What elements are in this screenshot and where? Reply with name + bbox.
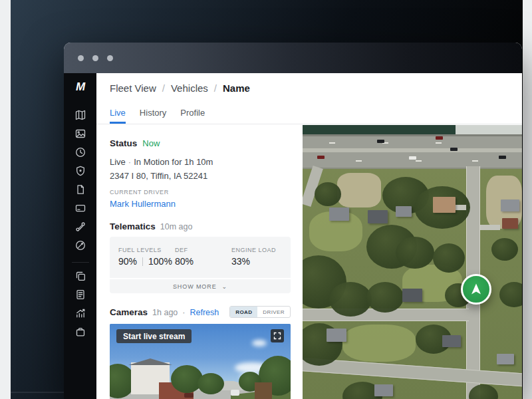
camera-toggle: ROAD DRIVER — [229, 306, 291, 318]
map-lawn — [342, 325, 416, 362]
map-tree — [315, 182, 341, 206]
map-bottom-street — [303, 357, 522, 387]
map-car — [409, 156, 416, 160]
camera-parked-car — [184, 393, 194, 398]
logs-icon[interactable] — [75, 289, 86, 300]
value-divider — [142, 257, 143, 266]
cameras-updated: 1h ago — [152, 308, 178, 317]
breadcrumb-separator: / — [162, 82, 165, 94]
page-header: Fleet View / Vehicles / Name Live Histor… — [96, 73, 522, 124]
map-lane-dash — [416, 160, 422, 162]
map-house — [442, 335, 461, 347]
fuel-value-2: 100% — [148, 256, 172, 267]
map-house — [502, 218, 518, 229]
status-section-heading: StatusNow — [110, 138, 160, 148]
map-house — [374, 384, 393, 396]
camera-car — [231, 390, 239, 396]
status-motion: In Motion for 1h 10m — [134, 157, 213, 167]
tab-bar: Live History Profile — [110, 108, 205, 124]
reports-icon[interactable] — [75, 308, 86, 319]
fuel-levels-value: 90% 100% — [118, 256, 172, 267]
app-sidebar: M — [64, 73, 96, 399]
map-car — [317, 156, 325, 159]
engine-load-label: ENGINE LOAD — [231, 247, 276, 253]
map-house — [368, 210, 388, 223]
map-house — [501, 200, 519, 211]
tab-profile[interactable]: Profile — [180, 108, 205, 124]
current-driver-label: CURRENT DRIVER — [110, 189, 169, 196]
vehicle-location-marker[interactable] — [461, 274, 491, 305]
tab-history[interactable]: History — [140, 108, 166, 124]
map-house — [497, 354, 514, 364]
camera-bus-shelter — [255, 382, 272, 399]
map-house — [327, 329, 346, 342]
map-tree — [329, 282, 372, 317]
fuel-levels-label: FUEL LEVELS — [118, 247, 162, 253]
map-lane-dash — [436, 142, 442, 144]
status-heading-label: Status — [110, 138, 137, 148]
show-more-label: SHOW MORE — [173, 283, 217, 290]
breadcrumb-vehicles[interactable]: Vehicles — [171, 82, 208, 94]
map-house — [433, 197, 456, 213]
map-icon[interactable] — [75, 110, 86, 120]
cameras-section-heading: Cameras1h ago·Refresh — [110, 307, 219, 317]
map-tree — [499, 282, 522, 307]
map-house — [396, 206, 412, 217]
def-stat: DEF 80% — [175, 237, 221, 278]
map-tree — [396, 237, 434, 269]
image-icon[interactable] — [75, 128, 86, 139]
chevron-down-icon: ⌄ — [222, 283, 227, 290]
windows-icon[interactable] — [75, 271, 86, 281]
sidebar-divider — [72, 262, 89, 263]
status-line: Live·In Motion for 1h 10m — [110, 157, 213, 167]
cameras-heading-label: Cameras — [110, 307, 148, 317]
vehicle-detail-panel: StatusNow Live·In Motion for 1h 10m 2347… — [96, 125, 303, 399]
window-control-dot[interactable] — [78, 55, 84, 61]
driver-name-link[interactable]: Mark Hullermann — [110, 199, 176, 209]
map-dirt-patch — [337, 173, 381, 207]
window-control-dot[interactable] — [107, 55, 113, 61]
history-clock-icon[interactable] — [75, 147, 86, 158]
map-car — [436, 136, 443, 140]
compass-icon[interactable] — [75, 240, 86, 251]
telematics-updated: 10m ago — [160, 222, 193, 231]
def-value: 80% — [175, 256, 194, 267]
satellite-map[interactable] — [303, 125, 522, 399]
map-car — [450, 148, 458, 151]
status-separator: · — [128, 157, 131, 167]
fuel-value-1: 90% — [118, 256, 137, 267]
integrations-icon[interactable] — [75, 221, 86, 232]
status-now-badge: Now — [142, 138, 160, 148]
toggle-driver[interactable]: DRIVER — [257, 307, 290, 317]
window-control-dot[interactable] — [92, 55, 98, 61]
breadcrumb-fleet-view[interactable]: Fleet View — [110, 82, 156, 94]
document-icon[interactable] — [75, 184, 86, 195]
expand-icon[interactable] — [271, 329, 284, 342]
refresh-link[interactable]: Refresh — [190, 308, 219, 317]
map-lane-dash — [356, 160, 362, 162]
engine-load-value: 33% — [231, 256, 250, 267]
map-field-patch — [456, 125, 522, 134]
brand-logo[interactable]: M — [76, 80, 84, 94]
vehicle-address: 2347 I 80, Tiffin, IA 52241 — [110, 171, 207, 181]
tab-live[interactable]: Live — [110, 108, 126, 124]
map-tree — [491, 238, 518, 261]
def-label: DEF — [175, 247, 188, 253]
road-camera-thumbnail[interactable]: Start live stream — [110, 324, 291, 399]
telematics-heading-label: Telematics — [110, 221, 156, 231]
status-state: Live — [110, 157, 126, 167]
backdrop-bottom-edge — [11, 392, 64, 393]
toggle-road[interactable]: ROAD — [230, 307, 257, 317]
map-highway-median — [303, 148, 522, 152]
start-live-stream-button[interactable]: Start live stream — [116, 329, 192, 343]
engine-load-stat: ENGINE LOAD 33% — [231, 237, 285, 278]
show-more-button[interactable]: SHOW MORE ⌄ — [110, 279, 291, 293]
toolbox-icon[interactable] — [75, 327, 86, 337]
card-icon[interactable] — [75, 203, 86, 213]
map-house — [402, 289, 422, 302]
telematics-section-heading: Telematics10m ago — [110, 221, 192, 231]
browser-titlebar — [64, 43, 522, 73]
shield-icon[interactable] — [75, 166, 86, 176]
map-car — [377, 140, 384, 143]
map-lane-dash — [472, 160, 478, 162]
